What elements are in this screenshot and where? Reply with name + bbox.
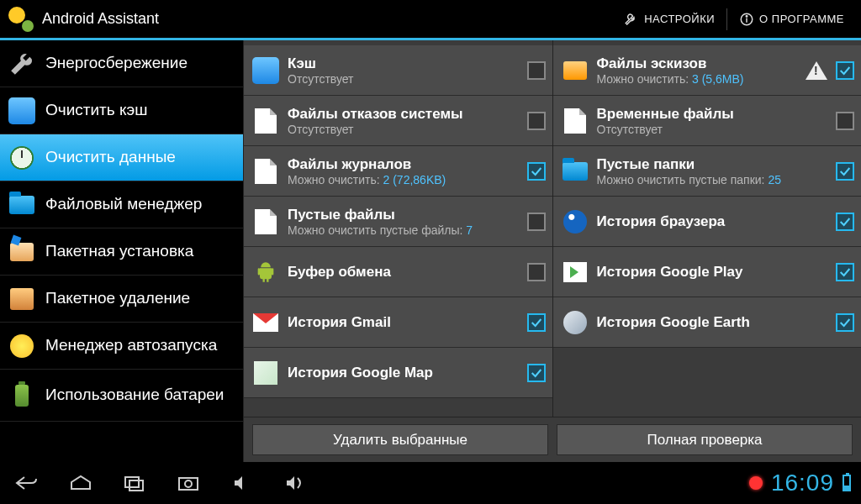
checkbox[interactable] bbox=[527, 263, 546, 281]
screenshot-button[interactable] bbox=[172, 470, 205, 496]
list-item[interactable]: История браузера bbox=[553, 197, 862, 247]
warning-icon bbox=[806, 61, 827, 80]
package-icon bbox=[8, 286, 35, 312]
row-title: Кэш bbox=[288, 55, 527, 72]
delete-selected-label: Удалить выбранные bbox=[333, 432, 467, 449]
list-item[interactable]: История Gmail bbox=[244, 297, 552, 348]
app-icon bbox=[8, 7, 34, 32]
settings-label: НАСТРОЙКИ bbox=[644, 13, 715, 25]
row-icon bbox=[252, 108, 279, 134]
sidebar-item[interactable]: Энергосбережение bbox=[0, 40, 243, 87]
home-button[interactable] bbox=[64, 470, 98, 496]
checkbox[interactable] bbox=[527, 112, 546, 130]
recents-button[interactable] bbox=[118, 470, 151, 496]
app-title: Android Assistant bbox=[42, 10, 159, 28]
sidebar: ЭнергосбережениеОчистить кэшОчистить дан… bbox=[0, 40, 244, 462]
settings-button[interactable]: НАСТРОЙКИ bbox=[615, 7, 723, 32]
list-item[interactable]: КэшОтсутствует bbox=[244, 45, 552, 96]
battery-icon bbox=[8, 382, 35, 409]
checkbox[interactable] bbox=[527, 213, 546, 231]
row-icon bbox=[252, 309, 279, 336]
row-text: История Google Earth bbox=[597, 314, 837, 331]
checkbox[interactable] bbox=[836, 61, 854, 80]
wrench-icon bbox=[624, 12, 639, 27]
sidebar-item-label: Пакетное удаление bbox=[45, 290, 190, 307]
row-subtitle: Отсутствует bbox=[597, 123, 837, 136]
list-item[interactable]: Пустые файлыМожно очистить пустые файлы:… bbox=[244, 197, 552, 247]
checkbox[interactable] bbox=[527, 313, 546, 332]
row-text: История Google Play bbox=[597, 264, 837, 281]
system-navbar: 16:09 bbox=[0, 462, 861, 504]
smile-icon bbox=[8, 333, 35, 360]
separator bbox=[726, 8, 727, 30]
list-item[interactable]: Файлы журналовМожно очистить: 2 (72,86KB… bbox=[244, 146, 552, 197]
sidebar-item[interactable]: Пакетная установка bbox=[0, 228, 243, 276]
row-subtitle: Можно очистить пустые папки: 25 bbox=[597, 173, 837, 186]
back-button[interactable] bbox=[10, 470, 44, 496]
checkbox[interactable] bbox=[527, 364, 546, 382]
checkbox[interactable] bbox=[836, 112, 854, 130]
column-left: КэшОтсутствуетФайлы отказов системыОтсут… bbox=[244, 40, 552, 417]
row-text: История Gmail bbox=[288, 314, 527, 331]
row-text: История браузера bbox=[597, 213, 837, 230]
svg-point-2 bbox=[746, 15, 747, 17]
row-title: История Google Map bbox=[288, 365, 527, 381]
row-title: Временные файлы bbox=[597, 106, 837, 123]
row-title: Файлы отказов системы bbox=[288, 106, 527, 123]
wrench-icon bbox=[8, 50, 35, 77]
sidebar-item[interactable]: Очистить кэш bbox=[0, 87, 243, 134]
action-bar: Android Assistant НАСТРОЙКИ О ПРОГРАММЕ bbox=[0, 0, 861, 40]
list-item[interactable]: Временные файлыОтсутствует bbox=[553, 96, 862, 146]
recording-indicator-icon bbox=[749, 476, 763, 490]
folder-icon bbox=[8, 192, 35, 218]
row-text: Файлы отказов системыОтсутствует bbox=[288, 106, 527, 136]
list-item[interactable]: История Google Map bbox=[244, 348, 552, 398]
checkbox[interactable] bbox=[527, 162, 546, 181]
row-title: История Google Earth bbox=[597, 314, 837, 331]
list-item[interactable]: Пустые папкиМожно очистить пустые папки:… bbox=[553, 146, 862, 197]
about-label: О ПРОГРАММЕ bbox=[759, 13, 844, 25]
sidebar-item-label: Очистить кэш bbox=[45, 102, 147, 119]
volume-up-button[interactable] bbox=[279, 470, 313, 496]
row-text: КэшОтсутствует bbox=[288, 55, 527, 86]
sidebar-item-label: Пакетная установка bbox=[45, 243, 193, 260]
clock-icon bbox=[8, 144, 35, 171]
row-text: Файлы журналовМожно очистить: 2 (72,86KB… bbox=[288, 156, 527, 186]
checkbox[interactable] bbox=[836, 213, 854, 231]
row-icon bbox=[252, 360, 279, 386]
info-icon bbox=[739, 12, 754, 27]
row-subtitle: Можно очистить: 2 (72,86KB) bbox=[288, 173, 527, 186]
list-item[interactable]: История Google Earth bbox=[553, 297, 862, 348]
row-icon bbox=[562, 208, 589, 235]
row-title: Буфер обмена bbox=[288, 264, 527, 281]
delete-selected-button[interactable]: Удалить выбранные bbox=[252, 424, 548, 455]
sidebar-item[interactable]: Очистить данные bbox=[0, 134, 243, 181]
sidebar-item[interactable]: Менеджер автозапуска bbox=[0, 323, 243, 370]
row-icon bbox=[252, 259, 279, 286]
row-icon bbox=[562, 57, 589, 84]
list-item[interactable]: Файлы эскизовМожно очистить: 3 (5,6MB) bbox=[553, 45, 862, 96]
row-text: Пустые папкиМожно очистить пустые папки:… bbox=[597, 156, 837, 186]
list-item[interactable]: Буфер обмена bbox=[244, 247, 552, 297]
full-scan-button[interactable]: Полная проверка bbox=[557, 424, 853, 455]
row-title: История Google Play bbox=[597, 264, 837, 281]
checkbox[interactable] bbox=[527, 61, 546, 80]
svg-rect-4 bbox=[129, 480, 143, 491]
checkbox[interactable] bbox=[836, 263, 854, 281]
clock[interactable]: 16:09 bbox=[771, 470, 834, 496]
row-title: Файлы журналов bbox=[288, 156, 527, 173]
cube-blue-icon bbox=[8, 97, 35, 124]
list-item[interactable]: История Google Play bbox=[553, 247, 862, 297]
sidebar-item[interactable]: Пакетное удаление bbox=[0, 276, 243, 323]
checkbox[interactable] bbox=[836, 313, 854, 332]
row-subtitle: Отсутствует bbox=[288, 72, 527, 86]
bottom-buttons: Удалить выбранные Полная проверка bbox=[244, 417, 861, 462]
volume-down-button[interactable] bbox=[225, 470, 259, 496]
list-item[interactable]: Файлы отказов системыОтсутствует bbox=[244, 96, 552, 146]
row-text: Пустые файлыМожно очистить пустые файлы:… bbox=[288, 207, 527, 237]
row-title: Пустые файлы bbox=[288, 207, 527, 223]
sidebar-item[interactable]: Использование батареи bbox=[0, 370, 243, 422]
about-button[interactable]: О ПРОГРАММЕ bbox=[731, 7, 853, 32]
sidebar-item[interactable]: Файловый менеджер bbox=[0, 181, 243, 228]
checkbox[interactable] bbox=[836, 162, 854, 181]
